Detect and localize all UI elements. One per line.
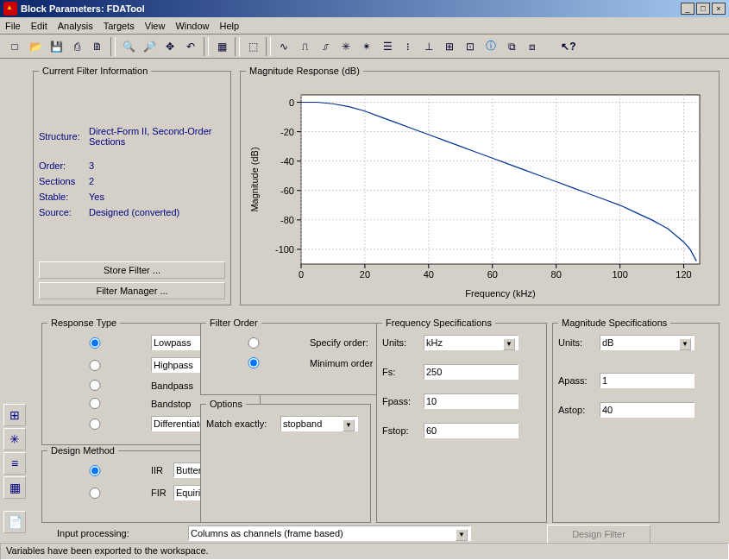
open-icon[interactable]: 📂 — [26, 37, 45, 56]
sidetab-poles-icon[interactable]: ✳ — [3, 428, 26, 450]
svg-text:20: 20 — [360, 269, 370, 280]
new-icon[interactable]: □ — [5, 37, 24, 56]
zoom-in-icon[interactable]: 🔍 — [119, 37, 138, 56]
svg-text:0: 0 — [289, 98, 294, 108]
sidetab-import-icon[interactable]: 📄 — [3, 511, 26, 533]
plot10-icon[interactable]: ⊡ — [461, 37, 480, 56]
match-exactly-select[interactable]: stopband — [280, 416, 358, 431]
save-icon[interactable]: 💾 — [47, 37, 66, 56]
plot4-icon[interactable]: ✳ — [336, 37, 355, 56]
menu-bar: File Edit Analysis Targets View Window H… — [0, 17, 729, 35]
realize-icon[interactable]: ▦ — [212, 37, 231, 56]
apass-input[interactable] — [600, 373, 694, 388]
freq-units-select[interactable]: kHz — [424, 335, 518, 350]
fpass-input[interactable] — [424, 393, 518, 409]
stable-label: Stable: — [39, 192, 82, 202]
plot5-icon[interactable]: ✴ — [357, 37, 376, 56]
menu-help[interactable]: Help — [220, 21, 240, 31]
magnitude-response-chart: 0204060801001200-20-40-60-80-100Frequenc… — [246, 83, 712, 302]
menu-view[interactable]: View — [145, 21, 166, 31]
bandstop-radio[interactable] — [47, 398, 142, 409]
svg-text:Frequency (kHz): Frequency (kHz) — [465, 288, 535, 299]
highpass-radio[interactable] — [47, 360, 142, 371]
plot9-icon[interactable]: ⊞ — [440, 37, 459, 56]
freq-units-label: Units: — [382, 337, 418, 348]
window-title: Block Parameters: FDATool — [21, 3, 681, 14]
print-preview-icon[interactable]: 🗎 — [88, 37, 107, 56]
source-value: Designed (converted) — [89, 207, 179, 217]
full-view-icon[interactable]: ⬚ — [243, 37, 262, 56]
plot1-icon[interactable]: ∿ — [274, 37, 293, 56]
info-icon[interactable]: ⓘ — [481, 37, 500, 56]
plot3-icon[interactable]: ⎎ — [316, 37, 335, 56]
svg-text:-100: -100 — [275, 244, 294, 255]
svg-text:0: 0 — [299, 269, 304, 280]
store-filter-button[interactable]: Store Filter ... — [39, 261, 225, 279]
minimum-order-radio[interactable] — [206, 357, 301, 368]
filter-order-legend: Filter Order — [206, 318, 261, 328]
source-label: Source: — [39, 207, 82, 217]
differentiator-radio[interactable] — [47, 418, 142, 430]
plot2-icon[interactable]: ⎍ — [295, 37, 314, 56]
menu-targets[interactable]: Targets — [104, 21, 135, 31]
plot7-icon[interactable]: ⫶ — [399, 37, 418, 56]
freq-spec-legend: Frequency Specifications — [382, 318, 495, 328]
order-value: 3 — [89, 160, 94, 171]
plot8-icon[interactable]: ⊥ — [419, 37, 438, 56]
sidetab-analysis-icon[interactable]: ⊞ — [3, 404, 26, 426]
svg-text:-80: -80 — [280, 215, 294, 225]
fir-radio[interactable] — [47, 488, 142, 499]
menu-edit[interactable]: Edit — [31, 21, 47, 31]
print-icon[interactable]: ⎙ — [67, 37, 86, 56]
svg-text:40: 40 — [424, 269, 434, 280]
filter-vis-icon[interactable]: ⧉ — [502, 37, 521, 56]
filter-manager-button[interactable]: Filter Manager ... — [39, 282, 225, 299]
fstop-input[interactable] — [424, 423, 518, 438]
fir-label: FIR — [151, 488, 168, 498]
sections-value: 2 — [89, 176, 94, 186]
bandpass-radio[interactable] — [47, 380, 142, 391]
minimize-button[interactable]: _ — [681, 3, 694, 15]
undo-icon[interactable]: ↶ — [181, 37, 200, 56]
menu-window[interactable]: Window — [175, 21, 209, 31]
svg-text:80: 80 — [551, 269, 562, 280]
toolbar: □ 📂 💾 ⎙ 🗎 🔍 🔎 ✥ ↶ ▦ ⬚ ∿ ⎍ ⎎ ✳ ✴ ☰ ⫶ ⊥ ⊞ … — [0, 35, 729, 59]
app-icon — [3, 2, 17, 16]
whats-this-icon[interactable]: ↖? — [559, 37, 578, 56]
spec-icon[interactable]: ⧈ — [523, 37, 542, 56]
mag-units-label: Units: — [558, 337, 594, 348]
menu-file[interactable]: File — [5, 21, 21, 31]
magnitude-spec-panel: Magnitude Specifications Units:dB Apass:… — [552, 318, 720, 523]
design-filter-button[interactable]: Design Filter — [547, 525, 650, 544]
sidetab-realize-icon[interactable]: ▦ — [3, 476, 26, 499]
stable-value: Yes — [89, 192, 104, 202]
sidetab-coefs-icon[interactable]: ≡ — [3, 452, 26, 475]
zoom-out-icon[interactable]: 🔎 — [140, 37, 159, 56]
iir-label: IIR — [151, 465, 168, 475]
response-type-legend: Response Type — [47, 318, 120, 328]
title-bar: Block Parameters: FDATool _ □ × — [0, 0, 729, 17]
magnitude-response-panel: Magnitude Response (dB) 0204060801001200… — [240, 66, 720, 305]
lowpass-radio[interactable] — [47, 337, 142, 349]
svg-text:-40: -40 — [280, 156, 294, 167]
svg-text:120: 120 — [676, 269, 691, 280]
maximize-button[interactable]: □ — [696, 3, 710, 15]
options-legend: Options — [206, 399, 246, 409]
iir-radio[interactable] — [47, 465, 142, 476]
input-processing-row: Input processing: — [57, 528, 129, 538]
mag-units-select[interactable]: dB — [600, 335, 694, 350]
close-button[interactable]: × — [712, 3, 726, 15]
frequency-spec-panel: Frequency Specifications Units:kHz Fs: F… — [376, 318, 547, 523]
menu-analysis[interactable]: Analysis — [58, 21, 93, 31]
structure-value: Direct-Form II, Second-Order Sections — [89, 126, 218, 147]
plot6-icon[interactable]: ☰ — [378, 37, 397, 56]
astop-input[interactable] — [600, 402, 694, 418]
fstop-label: Fstop: — [382, 425, 418, 436]
input-processing-select[interactable]: Columns as channels (frame based) — [188, 525, 471, 541]
svg-text:-20: -20 — [280, 127, 294, 137]
pan-icon[interactable]: ✥ — [160, 37, 179, 56]
svg-text:Magnitude (dB): Magnitude (dB) — [249, 147, 260, 211]
sections-label: Sections — [39, 176, 82, 186]
fs-input[interactable] — [424, 364, 518, 380]
specify-order-radio[interactable] — [206, 337, 301, 349]
